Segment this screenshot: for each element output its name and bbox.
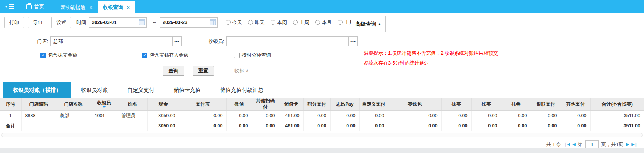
report-tab[interactable]: 收银员对账（横排） (3, 82, 71, 98)
table-cell: 0.00 (531, 111, 561, 121)
table-cell: 0.00 (226, 111, 252, 121)
total-count-label: 共 1 条 (546, 141, 561, 148)
column-header: 自定义支付 (359, 98, 388, 111)
column-header-label: 收银员 (97, 100, 111, 106)
total-row: 合计3050.000.000.000.00461.000.000.000.000… (0, 121, 644, 131)
total-cell: 0.00 (252, 121, 279, 131)
date-from-wrap (89, 17, 147, 28)
table-cell: 0.00 (441, 111, 471, 121)
table-cell: 0.00 (388, 111, 441, 121)
quick-range-radio[interactable]: 本月 (315, 19, 332, 26)
chevron-up-icon: ▲ (378, 22, 381, 26)
total-cell: 0.00 (561, 121, 590, 131)
total-cell: 0.00 (303, 121, 330, 131)
store-input[interactable] (50, 36, 173, 46)
cashier-input[interactable] (226, 36, 349, 46)
prev-page-icon[interactable]: ◀ (572, 142, 575, 147)
table-cell: 0.00 (179, 111, 226, 121)
report-tab[interactable]: 自定义支付 (118, 82, 164, 98)
date-to-input[interactable] (160, 17, 218, 28)
sortable-header[interactable]: 收银员 (93, 100, 115, 108)
report-tab[interactable]: 储值充值付款汇总 (210, 82, 273, 98)
table-cell: 管理员 (118, 111, 147, 121)
cashier-label: 收银员: (182, 38, 226, 45)
radio-icon (315, 20, 320, 25)
page-number-input[interactable] (585, 140, 599, 148)
quick-range-radio[interactable]: 上周 (293, 19, 309, 26)
column-header[interactable]: 收银员 (91, 98, 118, 111)
window-tab[interactable]: 收银查询× (98, 1, 135, 13)
quick-range-radio[interactable]: 昨天 (248, 19, 265, 26)
query-button[interactable]: 查询 (163, 66, 184, 76)
collapse-link[interactable]: 收起 ∧ (234, 68, 249, 74)
checkbox-label: 按时分秒查询 (242, 52, 271, 59)
total-cell: 0.00 (471, 121, 501, 131)
quick-range-radio[interactable]: 本周 (271, 19, 287, 26)
table-row: 18888总部1001管理员3050.000.000.000.00461.000… (0, 111, 644, 121)
report-tabs: 收银员对账（横排）收银员对账自定义支付储值卡充值储值充值付款汇总 (0, 82, 644, 98)
settings-button[interactable]: 设置 (51, 17, 71, 28)
radio-icon (226, 20, 231, 25)
quick-range-group: 今天昨天本周上周本月上月 (226, 19, 354, 26)
total-cell: 合计 (0, 121, 21, 131)
window-tab-label: 新功能提醒 (60, 4, 86, 11)
page-prefix-label: 第 (578, 141, 583, 148)
window-tab[interactable]: 新功能提醒× (55, 1, 98, 13)
column-header: 银联支付 (531, 98, 561, 111)
report-tab[interactable]: 收银员对账 (71, 82, 118, 98)
column-header: 零钱包 (388, 98, 441, 111)
total-cell: 0.00 (501, 121, 531, 131)
export-button[interactable]: 导出 (28, 17, 47, 28)
last-page-icon[interactable]: ▶❘ (631, 142, 637, 147)
calendar-icon[interactable] (210, 19, 216, 25)
quick-range-radio[interactable]: 今天 (226, 19, 242, 26)
filter-checkbox[interactable]: 按时分秒查询 (234, 52, 271, 59)
sort-down-icon (103, 106, 106, 108)
close-icon[interactable]: × (90, 4, 93, 10)
checkbox-label: 包含抹零金额 (48, 52, 77, 59)
table-cell: 3050.00 (147, 111, 179, 121)
home-tab[interactable]: 首页 (20, 0, 50, 13)
horizontal-scrollbar[interactable] (1, 133, 643, 137)
toolbar: 打印 导出 设置 时间 -- 今天昨天本周上周本月上月 高级查询 ▲ (0, 13, 644, 31)
total-cell: 0.00 (531, 121, 561, 131)
column-header: 门店名称 (56, 98, 91, 111)
report-tab[interactable]: 储值卡充值 (164, 82, 211, 98)
table-body: 18888总部1001管理员3050.000.000.000.00461.000… (0, 111, 644, 131)
column-header: 积分支付 (303, 98, 330, 111)
cashier-lookup-button[interactable]: ••• (349, 36, 358, 46)
topbar-tabs: 新功能提醒×收银查询× (55, 0, 135, 13)
filter-checkbox[interactable]: 包含零钱存入金额 (142, 52, 234, 59)
bottom-strip (0, 148, 644, 153)
reset-button[interactable]: 重置 (193, 66, 214, 76)
total-cell: 0.00 (226, 121, 252, 131)
total-cell (21, 121, 56, 131)
radio-label: 昨天 (255, 19, 265, 26)
home-label: 首页 (34, 3, 44, 10)
table-header-row: 序号门店编码门店名称收银员姓名现金支付宝微信其他扫码付储值卡积分支付思迅Pay自… (0, 98, 644, 111)
table-cell: 0.00 (330, 111, 359, 121)
date-from-input[interactable] (89, 17, 147, 28)
store-lookup-button[interactable]: ••• (173, 36, 182, 46)
first-page-icon[interactable]: ❘◀ (564, 142, 570, 147)
radio-label: 本月 (322, 19, 332, 26)
collapse-menu-icon[interactable] (5, 0, 14, 13)
total-cell: 3511.00 (590, 121, 644, 131)
total-cell: 0.00 (179, 121, 226, 131)
column-header: 现金 (147, 98, 179, 111)
column-header: 门店编码 (21, 98, 56, 111)
filter-checkbox[interactable]: 包含抹零金额 (40, 52, 142, 59)
home-icon (26, 4, 32, 9)
table-cell: 0.00 (561, 111, 590, 121)
time-label: 时间 (76, 19, 86, 26)
advanced-query-button[interactable]: 高级查询 ▲ (351, 16, 386, 32)
print-button[interactable]: 打印 (4, 17, 24, 28)
calendar-icon[interactable] (139, 19, 145, 25)
date-to-wrap (160, 17, 218, 28)
window-tab-label: 收银查询 (103, 4, 123, 11)
next-page-icon[interactable]: ▶ (626, 142, 629, 147)
column-header: 姓名 (118, 98, 147, 111)
close-icon[interactable]: × (127, 4, 130, 10)
table-cell: 8888 (21, 111, 56, 121)
radio-label: 本周 (277, 19, 287, 26)
